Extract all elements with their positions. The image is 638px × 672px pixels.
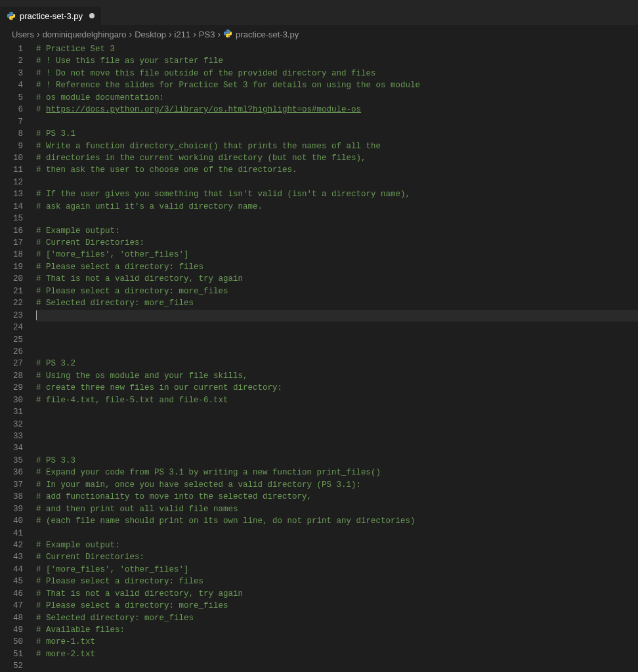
code-line[interactable]: # (each file name should print on its ow…: [36, 515, 638, 527]
code-content[interactable]: # Practice Set 3# ! Use this file as you…: [36, 43, 638, 672]
code-line[interactable]: # Selected directory: more_files: [36, 612, 638, 624]
line-number: 1: [0, 43, 23, 55]
code-line[interactable]: # Please select a directory: more_files: [36, 285, 638, 297]
code-line[interactable]: # Current Directories:: [36, 237, 638, 249]
editor-tab[interactable]: practice-set-3.py: [0, 7, 102, 25]
code-line[interactable]: # https://docs.python.org/3/library/os.h…: [36, 104, 638, 116]
code-line[interactable]: [36, 116, 638, 128]
code-line[interactable]: # In your main, once you have selected a…: [36, 479, 638, 491]
code-line[interactable]: # Please select a directory: files: [36, 261, 638, 273]
code-line[interactable]: [36, 528, 638, 539]
breadcrumb-item[interactable]: PS3: [199, 30, 215, 39]
chevron-right-icon: ›: [37, 29, 40, 39]
line-number: 23: [0, 310, 23, 322]
code-line[interactable]: # Using the os module and your file skil…: [36, 370, 638, 382]
line-number: 13: [0, 188, 23, 200]
code-line[interactable]: # PS 3.2: [36, 358, 638, 369]
code-line[interactable]: # more-1.txt: [36, 636, 638, 648]
chevron-right-icon: ›: [193, 29, 196, 39]
line-number: 52: [0, 660, 23, 672]
code-line[interactable]: # PS 3.1: [36, 128, 638, 140]
breadcrumb-item[interactable]: dominiquedelghingaro: [43, 30, 127, 39]
line-number: 33: [0, 430, 23, 442]
text-cursor: [36, 310, 37, 320]
chevron-right-icon: ›: [129, 29, 133, 39]
code-line[interactable]: # ['more_files', 'other_files']: [36, 249, 638, 261]
line-number-gutter: 1234567891011121314151617181920212223242…: [0, 43, 36, 672]
code-line[interactable]: # Practice Set 3: [36, 43, 638, 55]
code-line[interactable]: # add functionality to move into the sel…: [36, 491, 638, 503]
line-number: 38: [0, 491, 23, 503]
breadcrumb-file[interactable]: practice-set-3.py: [223, 29, 299, 40]
line-number: 6: [0, 104, 23, 116]
code-line[interactable]: # directories in the current working dir…: [36, 152, 638, 164]
line-number: 8: [0, 128, 23, 140]
code-line[interactable]: [36, 213, 638, 224]
code-line[interactable]: # Current Directories:: [36, 551, 638, 563]
tab-label: practice-set-3.py: [20, 11, 83, 21]
code-line[interactable]: [36, 406, 638, 418]
code-line[interactable]: [36, 334, 638, 346]
chevron-right-icon: ›: [169, 29, 172, 39]
code-line[interactable]: [36, 419, 638, 430]
code-line[interactable]: # and then print out all valid file name…: [36, 503, 638, 515]
line-number: 19: [0, 261, 23, 273]
code-line[interactable]: # Please select a directory: files: [36, 576, 638, 587]
breadcrumb-item[interactable]: i211: [175, 30, 191, 39]
code-line[interactable]: [36, 177, 638, 188]
code-line[interactable]: # Expand your code from PS 3.1 by writin…: [36, 467, 638, 478]
code-line[interactable]: [36, 430, 638, 442]
code-line[interactable]: # Example output:: [36, 539, 638, 551]
breadcrumb-item[interactable]: Desktop: [135, 30, 166, 39]
chevron-right-icon: ›: [217, 29, 221, 39]
code-line[interactable]: [36, 310, 638, 322]
code-line[interactable]: # ! Do not move this file outside of the…: [36, 68, 638, 79]
url-link[interactable]: https://docs.python.org/3/library/os.htm…: [46, 105, 361, 114]
line-number: 3: [0, 68, 23, 79]
line-number: 9: [0, 140, 23, 152]
code-line[interactable]: # create three new files in our current …: [36, 382, 638, 394]
breadcrumb-item[interactable]: Users: [12, 30, 34, 39]
code-line[interactable]: # PS 3.3: [36, 455, 638, 467]
code-line[interactable]: [36, 346, 638, 358]
line-number: 31: [0, 406, 23, 418]
line-number: 41: [0, 528, 23, 539]
dirty-indicator-icon[interactable]: [89, 13, 95, 18]
line-number: 10: [0, 152, 23, 164]
line-number: 34: [0, 442, 23, 454]
code-line[interactable]: # ! Reference the slides for Practice Se…: [36, 79, 638, 91]
line-number: 36: [0, 467, 23, 478]
line-number: 43: [0, 551, 23, 563]
code-line[interactable]: # os module documentation:: [36, 92, 638, 104]
code-line[interactable]: # If the user gives you something that i…: [36, 188, 638, 200]
line-number: 37: [0, 479, 23, 491]
code-line[interactable]: # more-2.txt: [36, 648, 638, 660]
code-line[interactable]: # Example output:: [36, 225, 638, 237]
code-line[interactable]: # file-4.txt, file-5.txt and file-6.txt: [36, 394, 638, 406]
code-line[interactable]: [36, 660, 638, 672]
code-line[interactable]: # Please select a directory: more_files: [36, 600, 638, 612]
line-number: 32: [0, 419, 23, 430]
code-line[interactable]: # Selected directory: more_files: [36, 297, 638, 309]
code-line[interactable]: # then ask the user to choose one of the…: [36, 164, 638, 176]
line-number: 18: [0, 249, 23, 261]
code-line[interactable]: # ['more_files', 'other_files']: [36, 564, 638, 576]
code-line[interactable]: [36, 322, 638, 333]
code-line[interactable]: # That is not a valid directory, try aga…: [36, 588, 638, 600]
line-number: 20: [0, 273, 23, 285]
code-line[interactable]: # ! Use this file as your starter file: [36, 55, 638, 67]
code-line[interactable]: # Available files:: [36, 624, 638, 636]
code-line[interactable]: # That is not a valid directory, try aga…: [36, 273, 638, 285]
line-number: 40: [0, 515, 23, 527]
line-number: 49: [0, 624, 23, 636]
code-editor[interactable]: 1234567891011121314151617181920212223242…: [0, 43, 638, 672]
tab-bar: practice-set-3.py: [0, 7, 638, 25]
line-number: 21: [0, 285, 23, 297]
breadcrumb: Users › dominiquedelghingaro › Desktop ›…: [0, 25, 638, 43]
python-icon: [223, 29, 232, 40]
code-line[interactable]: # ask again until it's a valid directory…: [36, 201, 638, 213]
line-number: 14: [0, 201, 23, 213]
code-line[interactable]: # Write a function directory_choice() th…: [36, 140, 638, 152]
code-line[interactable]: [36, 442, 638, 454]
line-number: 45: [0, 576, 23, 587]
